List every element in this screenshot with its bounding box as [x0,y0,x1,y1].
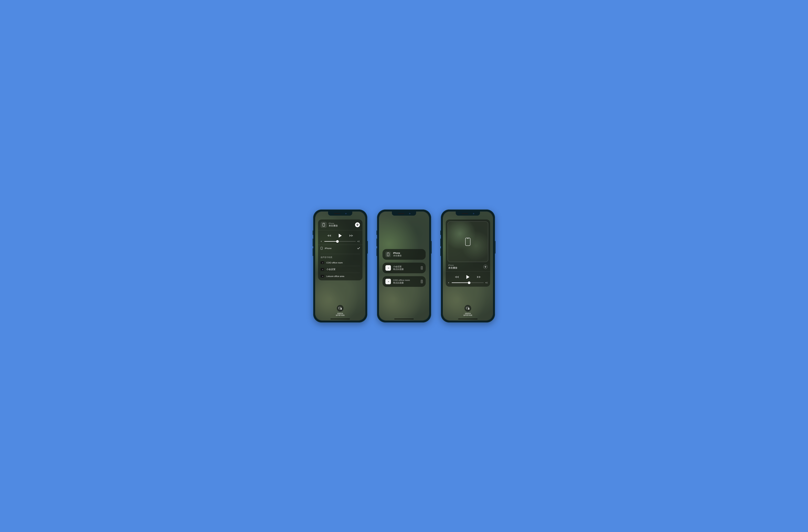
svg-rect-17 [421,268,422,269]
svg-rect-4 [321,247,323,249]
route-coo-office[interactable]: tv COO office room [320,259,360,266]
transport-controls [448,275,488,279]
forward-button[interactable] [349,234,353,237]
svg-rect-25 [465,238,470,246]
volume-track[interactable] [452,283,484,283]
appletv-icon: tv [320,261,324,264]
volume-thumb[interactable] [468,282,471,284]
album-art-placeholder [448,222,488,262]
svg-rect-29 [466,307,469,309]
control-other-devices[interactable]: 控制其他 扬声器与电视 [318,305,363,317]
svg-rect-0 [323,223,325,226]
forward-button[interactable] [476,276,481,279]
svg-point-31 [469,308,469,308]
volume-slider[interactable] [448,282,488,284]
volume-fill [452,283,469,283]
home-indicator[interactable] [394,319,414,319]
appletv-icon: tv [385,279,391,284]
control-other-label: 控制其他 扬声器与电视 [336,313,345,317]
tile-text: 小会议室 轻点以连接 [393,265,419,271]
volume-track[interactable] [324,241,356,242]
route-current-iphone[interactable]: iPhone [320,245,360,252]
svg-point-15 [421,267,422,267]
airplay-button[interactable] [483,265,488,269]
speakers-section-label: 扬声器与电视 [320,254,360,259]
device-notch [456,211,480,215]
svg-rect-8 [338,307,341,309]
rewind-button[interactable] [327,234,332,237]
volume-thumb[interactable] [336,240,339,243]
route-label: COO office room [327,262,343,264]
svg-text:tv: tv [322,276,323,277]
svg-text:tv: tv [322,269,323,270]
tile-text: iPhone 未在播放 [393,252,423,257]
volume-low-icon [448,282,450,284]
route-label: 小会议室 [327,268,335,271]
control-other-label: 控制其他 扬声器与电视 [463,313,472,317]
route-label: iPhone [325,247,332,249]
svg-rect-12 [388,253,388,253]
route-small-meeting[interactable]: tv 小会议室 [320,266,360,273]
svg-rect-24 [421,282,422,283]
iphone-icon [385,252,391,257]
phone-mockup-3: iPhone 未在播放 [441,209,495,323]
tile-small-meeting[interactable]: tv 小会议室 轻点以连接 [383,263,426,273]
svg-rect-30 [468,308,469,310]
svg-text:tv: tv [322,262,323,263]
home-indicator[interactable] [458,319,478,319]
svg-point-10 [341,308,341,308]
tile-iphone[interactable]: iPhone 未在播放 [383,249,426,260]
appletv-icon: tv [385,265,391,271]
phone-mockup-1: iPhone 未在播放 [313,209,367,323]
volume-slider[interactable] [320,240,360,243]
volume-fill [324,241,337,242]
route-leisure-area[interactable]: tv Leisure office area [320,273,360,280]
svg-text:tv: tv [388,281,389,282]
volume-high-icon [485,282,488,284]
svg-text:tv: tv [388,267,389,269]
volume-high-icon [357,240,360,243]
control-other-devices[interactable]: 控制其他 扬声器与电视 [446,305,490,317]
svg-point-3 [357,224,357,225]
tile-text: COO office room 轻点以连接 [393,279,419,284]
airplay-button[interactable] [355,222,360,227]
play-button[interactable] [466,275,470,279]
svg-rect-1 [323,223,324,224]
volume-low-icon [320,240,323,243]
phone-mockup-2: iPhone 未在播放 tv 小会议室 轻点以连接 [377,209,431,323]
svg-point-28 [485,266,486,267]
play-button[interactable] [338,233,342,238]
remote-icon [421,266,423,270]
iphone-icon [320,222,327,228]
appletv-icon: tv [320,275,324,278]
remote-icon [421,280,423,283]
svg-rect-23 [421,282,422,282]
appletv-icon: tv [320,268,324,271]
svg-point-21 [421,280,422,281]
iphone-icon [465,238,471,246]
iphone-icon [320,247,323,250]
tile-coo-office[interactable]: tv COO office room 轻点以连接 [383,276,426,287]
device-notch [328,211,352,215]
home-indicator[interactable] [330,319,350,319]
svg-rect-18 [421,269,422,269]
device-notch [392,211,416,215]
now-playing-text: iPhone 未在播放 [448,264,482,269]
now-playing-card: iPhone 未在播放 [446,220,490,287]
tv-remote-icon [464,305,471,312]
svg-rect-26 [467,239,469,239]
checkmark-icon [357,247,360,249]
route-label: Leisure office area [327,275,344,278]
tv-remote-icon [337,305,344,312]
airplay-panel: iPhone 未在播放 [318,220,363,280]
transport-controls [320,233,360,238]
now-playing-text: iPhone 未在播放 [329,222,353,227]
rewind-button[interactable] [455,276,459,279]
svg-rect-11 [387,253,389,256]
svg-rect-9 [341,308,342,310]
